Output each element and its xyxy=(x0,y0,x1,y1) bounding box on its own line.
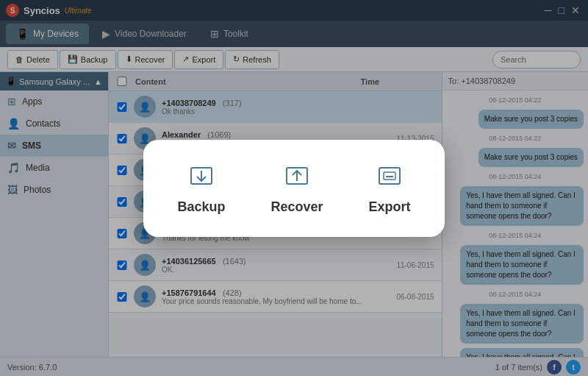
popup-recover-icon xyxy=(284,162,310,194)
popup-overlay: Backup Recover xyxy=(0,0,588,376)
popup-backup-icon xyxy=(188,162,215,194)
popup-export-label: Export xyxy=(369,199,411,215)
popup-box: Backup Recover xyxy=(143,140,444,237)
popup-recover-button[interactable]: Recover xyxy=(259,155,334,222)
popup-export-button[interactable]: Export xyxy=(357,155,423,222)
popup-backup-label: Backup xyxy=(177,199,225,215)
popup-recover-label: Recover xyxy=(270,199,323,215)
popup-backup-button[interactable]: Backup xyxy=(165,155,237,222)
popup-export-icon xyxy=(376,162,403,194)
